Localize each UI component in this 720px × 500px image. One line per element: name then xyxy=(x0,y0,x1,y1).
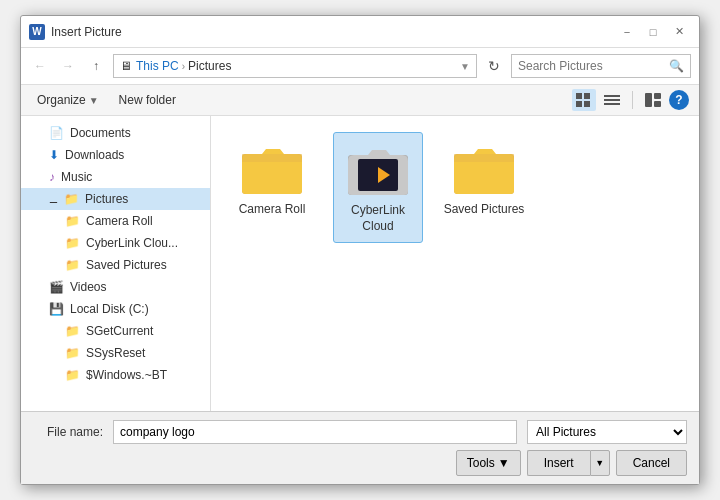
saved-pictures-icon: 📁 xyxy=(65,258,80,272)
filename-row: File name: All Pictures xyxy=(33,420,687,444)
svg-rect-6 xyxy=(604,103,620,105)
videos-icon: 🎬 xyxy=(49,280,64,294)
title-controls: − □ ✕ xyxy=(615,22,691,42)
minimize-button[interactable]: − xyxy=(615,22,639,42)
close-button[interactable]: ✕ xyxy=(667,22,691,42)
sidebar-item-videos[interactable]: 🎬 Videos xyxy=(21,276,210,298)
title-bar: W Insert Picture − □ ✕ xyxy=(21,16,699,48)
expand-icon: ⚊ xyxy=(49,194,58,205)
sidebar-item-sgetcurrent[interactable]: 📁 SGetCurrent xyxy=(21,320,210,342)
folder-saved-pictures-icon xyxy=(452,140,516,196)
action-bar: Organize ▼ New folder xyxy=(21,85,699,116)
sidebar: 📄 Documents ⬇ Downloads ♪ Music ⚊ 📁 Pict… xyxy=(21,116,211,411)
button-row: Tools ▼ Insert ▼ Cancel xyxy=(33,450,687,476)
sidebar-item-cyberlink-cloud[interactable]: 📁 CyberLink Clou... xyxy=(21,232,210,254)
tools-dropdown-icon: ▼ xyxy=(498,456,510,470)
cancel-button[interactable]: Cancel xyxy=(616,450,687,476)
refresh-button[interactable]: ↻ xyxy=(483,55,505,77)
view-options: ? xyxy=(572,89,689,111)
view-details-button[interactable] xyxy=(600,89,624,111)
filetype-select[interactable]: All Pictures xyxy=(527,420,687,444)
sidebar-item-ssysreset[interactable]: 📁 SSysReset xyxy=(21,342,210,364)
back-button[interactable]: ← xyxy=(29,55,51,77)
view-separator xyxy=(632,91,633,109)
filename-input[interactable] xyxy=(113,420,517,444)
sgetcurrent-icon: 📁 xyxy=(65,324,80,338)
view-medium-icons-button[interactable] xyxy=(572,89,596,111)
camera-roll-icon: 📁 xyxy=(65,214,80,228)
svg-rect-3 xyxy=(584,101,590,107)
folder-saved-pictures[interactable]: Saved Pictures xyxy=(439,132,529,243)
sidebar-label-ssysreset: SSysReset xyxy=(86,346,145,360)
address-dropdown-icon[interactable]: ▼ xyxy=(460,61,470,72)
file-area[interactable]: Camera Roll CyberLink Cloud xyxy=(211,116,699,411)
forward-button[interactable]: → xyxy=(57,55,79,77)
sidebar-item-saved-pictures[interactable]: 📁 Saved Pictures xyxy=(21,254,210,276)
svg-rect-8 xyxy=(654,93,661,99)
sidebar-item-music[interactable]: ♪ Music xyxy=(21,166,210,188)
sidebar-label-documents: Documents xyxy=(70,126,131,140)
svg-rect-4 xyxy=(604,95,620,97)
address-path: This PC › Pictures xyxy=(136,59,456,73)
sidebar-label-cyberlink: CyberLink Clou... xyxy=(86,236,178,250)
folder-camera-roll-label: Camera Roll xyxy=(239,202,306,218)
sidebar-label-local-disk: Local Disk (C:) xyxy=(70,302,149,316)
sidebar-item-pictures[interactable]: ⚊ 📁 Pictures xyxy=(21,188,210,210)
sidebar-label-pictures: Pictures xyxy=(85,192,128,206)
folder-cyberlink-icon xyxy=(346,141,410,197)
cancel-label: Cancel xyxy=(633,456,670,470)
search-bar[interactable]: 🔍 xyxy=(511,54,691,78)
music-icon: ♪ xyxy=(49,170,55,184)
navigation-bar: ← → ↑ 🖥 This PC › Pictures ▼ ↻ 🔍 xyxy=(21,48,699,85)
pictures-icon: 📁 xyxy=(64,192,79,206)
maximize-button[interactable]: □ xyxy=(641,22,665,42)
svg-rect-0 xyxy=(576,93,582,99)
sidebar-item-downloads[interactable]: ⬇ Downloads xyxy=(21,144,210,166)
downloads-icon: ⬇ xyxy=(49,148,59,162)
computer-icon: 🖥 xyxy=(120,59,132,73)
sidebar-item-swindows-bt[interactable]: 📁 $Windows.~BT xyxy=(21,364,210,386)
insert-label: Insert xyxy=(544,456,574,470)
sidebar-item-local-disk[interactable]: 💾 Local Disk (C:) xyxy=(21,298,210,320)
main-content: 📄 Documents ⬇ Downloads ♪ Music ⚊ 📁 Pict… xyxy=(21,116,699,411)
bottom-bar: File name: All Pictures Tools ▼ Insert ▼… xyxy=(21,411,699,484)
sidebar-label-saved-pictures: Saved Pictures xyxy=(86,258,167,272)
new-folder-label: New folder xyxy=(119,93,176,107)
word-icon: W xyxy=(29,24,45,40)
insert-picture-dialog: W Insert Picture − □ ✕ ← → ↑ 🖥 This PC ›… xyxy=(20,15,700,485)
path-current: Pictures xyxy=(188,59,231,73)
filename-label: File name: xyxy=(33,425,103,439)
up-button[interactable]: ↑ xyxy=(85,55,107,77)
cyberlink-icon: 📁 xyxy=(65,236,80,250)
folder-cyberlink-label: CyberLink Cloud xyxy=(338,203,418,234)
svg-rect-2 xyxy=(576,101,582,107)
view-pane-button[interactable] xyxy=(641,89,665,111)
title-bar-left: W Insert Picture xyxy=(29,24,122,40)
organize-dropdown-icon: ▼ xyxy=(89,95,99,106)
insert-button[interactable]: Insert xyxy=(527,450,590,476)
local-disk-icon: 💾 xyxy=(49,302,64,316)
path-separator: › xyxy=(182,61,185,72)
search-input[interactable] xyxy=(518,59,665,73)
folder-camera-roll[interactable]: Camera Roll xyxy=(227,132,317,243)
organize-label: Organize xyxy=(37,93,86,107)
ssysreset-icon: 📁 xyxy=(65,346,80,360)
organize-button[interactable]: Organize ▼ xyxy=(31,90,105,110)
new-folder-button[interactable]: New folder xyxy=(113,90,182,110)
folder-saved-pictures-label: Saved Pictures xyxy=(444,202,525,218)
svg-rect-5 xyxy=(604,99,620,101)
svg-rect-16 xyxy=(454,154,514,162)
sidebar-item-camera-roll[interactable]: 📁 Camera Roll xyxy=(21,210,210,232)
path-this-pc[interactable]: This PC xyxy=(136,59,179,73)
svg-rect-11 xyxy=(242,154,302,162)
help-button[interactable]: ? xyxy=(669,90,689,110)
search-icon: 🔍 xyxy=(669,59,684,73)
sidebar-label-swindows: $Windows.~BT xyxy=(86,368,167,382)
sidebar-label-sgetcurrent: SGetCurrent xyxy=(86,324,153,338)
insert-dropdown-button[interactable]: ▼ xyxy=(590,450,610,476)
tools-label: Tools xyxy=(467,456,495,470)
sidebar-item-documents[interactable]: 📄 Documents xyxy=(21,122,210,144)
tools-button[interactable]: Tools ▼ xyxy=(456,450,521,476)
address-bar[interactable]: 🖥 This PC › Pictures ▼ xyxy=(113,54,477,78)
folder-cyberlink-cloud[interactable]: CyberLink Cloud xyxy=(333,132,423,243)
